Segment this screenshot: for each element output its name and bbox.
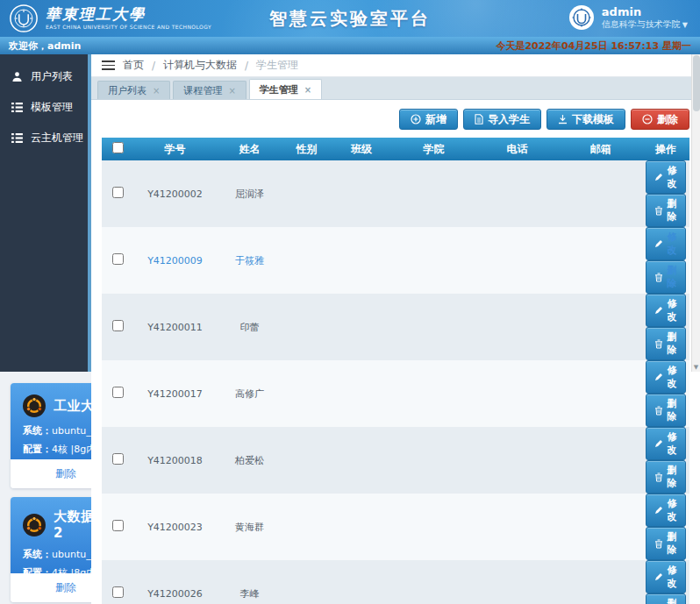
add-button[interactable]: 新增 <box>399 109 458 130</box>
row-edit-button[interactable]: 修改 <box>646 227 686 260</box>
student-name: 李峰 <box>217 560 282 604</box>
cell-email <box>559 227 642 294</box>
tab-student-mgmt[interactable]: 学生管理 × <box>249 79 322 99</box>
delete-button[interactable]: 删除 <box>631 109 689 130</box>
toolbar: 新增 导入学生 下载模板 <box>102 109 689 130</box>
pencil-icon <box>654 239 663 248</box>
card-system-label: 系统： <box>23 425 52 437</box>
row-edit-button[interactable]: 修改 <box>646 560 686 593</box>
row-edit-label: 修改 <box>667 564 677 590</box>
cell-class <box>331 294 392 360</box>
row-delete-button[interactable]: 删除 <box>646 327 686 360</box>
cell-college <box>392 360 475 427</box>
tab-bar: 用户列表 × 课程管理 × 学生管理 × <box>91 77 700 100</box>
row-delete-button[interactable]: 删除 <box>646 260 686 294</box>
close-icon[interactable]: × <box>228 86 235 96</box>
chevron-down-icon: ▼ <box>682 21 688 29</box>
row-edit-button[interactable]: 修改 <box>646 160 686 194</box>
cell-college <box>392 294 475 360</box>
cell-class <box>331 494 392 560</box>
table-row[interactable]: Y41200023 黄海群 修改 删除 <box>102 494 689 560</box>
scrollbar-down-arrow-icon[interactable]: ▼ <box>692 364 700 371</box>
col-name: 姓名 <box>217 138 282 160</box>
row-checkbox[interactable] <box>112 320 124 331</box>
cell-phone <box>475 294 559 360</box>
cell-gender <box>282 360 331 427</box>
document-icon <box>475 114 483 124</box>
pencil-icon <box>654 439 663 448</box>
table-row[interactable]: Y41200018 柏爱松 修改 删除 <box>102 427 689 494</box>
sidebar: 用户列表 模板管理 云主机管理 <box>0 54 88 372</box>
scrollbar-thumb[interactable] <box>693 55 700 111</box>
student-table: 学号 姓名 性别 班级 学院 电话 邮箱 操作 Y41200002 屈润泽 <box>102 138 689 604</box>
trash-icon <box>654 206 663 216</box>
pencil-icon <box>654 572 663 581</box>
top-header: 華東理工大學 EAST CHINA UNIVERSITY OF SCIENCE … <box>0 0 700 37</box>
sidebar-item-user-list[interactable]: 用户列表 <box>0 61 88 92</box>
tab-label: 学生管理 <box>260 83 298 96</box>
download-template-button[interactable]: 下载模板 <box>546 109 625 130</box>
user-avatar <box>568 4 595 31</box>
col-student-id: 学号 <box>133 138 217 160</box>
user-menu[interactable]: admin 信息科学与技术学院▼ <box>568 4 688 31</box>
table-row[interactable]: Y41200009 于筱雅 修改 删除 <box>102 227 689 294</box>
cell-email <box>559 160 642 227</box>
row-delete-button[interactable]: 删除 <box>646 394 686 427</box>
welcome-text: 欢迎你，admin <box>9 39 81 53</box>
breadcrumb-home[interactable]: 首页 <box>123 58 144 73</box>
row-delete-button[interactable]: 删除 <box>646 460 686 494</box>
import-students-button[interactable]: 导入学生 <box>463 109 541 130</box>
row-edit-label: 修改 <box>667 164 677 190</box>
row-edit-button[interactable]: 修改 <box>646 494 686 527</box>
cell-email <box>559 360 642 427</box>
table-row[interactable]: Y41200002 屈润泽 修改 删除 <box>102 160 689 227</box>
row-delete-button[interactable]: 删除 <box>646 194 686 227</box>
row-edit-label: 修改 <box>667 364 677 390</box>
close-icon[interactable]: × <box>304 85 311 95</box>
university-logo-icon <box>9 4 39 33</box>
select-all-checkbox[interactable] <box>112 142 124 153</box>
tab-course-mgmt[interactable]: 课程管理 × <box>173 81 246 99</box>
row-edit-button[interactable]: 修改 <box>646 427 686 460</box>
breadcrumb-course[interactable]: 计算机与大数据 <box>163 58 237 73</box>
cell-phone <box>475 560 559 604</box>
student-name: 柏爱松 <box>217 427 282 494</box>
cell-class <box>331 160 392 227</box>
sidebar-item-template-mgmt[interactable]: 模板管理 <box>0 92 88 123</box>
cell-class <box>331 560 392 604</box>
cell-phone <box>475 494 559 560</box>
row-checkbox[interactable] <box>112 520 124 531</box>
table-row[interactable]: Y41200017 高修广 修改 删除 <box>102 360 689 427</box>
cell-gender <box>282 560 331 604</box>
pencil-icon <box>654 306 663 315</box>
download-icon <box>558 114 568 124</box>
cell-college <box>392 494 475 560</box>
vertical-scrollbar[interactable]: ▼ <box>691 54 700 372</box>
user-department: 信息科学与技术学院 <box>602 19 681 29</box>
trash-icon <box>654 406 663 416</box>
row-checkbox[interactable] <box>112 387 124 398</box>
list-icon <box>11 133 23 143</box>
tab-user-list[interactable]: 用户列表 × <box>97 81 170 99</box>
cell-gender <box>282 427 331 494</box>
table-row[interactable]: Y41200011 印蕾 修改 删除 <box>102 294 689 360</box>
row-edit-button[interactable]: 修改 <box>646 294 686 327</box>
ubuntu-icon <box>23 514 46 536</box>
cell-college <box>392 227 475 294</box>
row-checkbox[interactable] <box>112 187 124 198</box>
university-name-en: EAST CHINA UNIVERSITY OF SCIENCE AND TEC… <box>46 25 211 30</box>
card-system-label: 系统： <box>23 549 52 560</box>
row-checkbox[interactable] <box>112 586 124 598</box>
row-checkbox[interactable] <box>112 253 124 265</box>
row-edit-button[interactable]: 修改 <box>646 360 686 394</box>
hamburger-menu-icon[interactable] <box>102 60 115 70</box>
cell-email <box>559 560 642 604</box>
cell-gender <box>282 494 331 560</box>
row-delete-button[interactable]: 删除 <box>646 527 686 560</box>
close-icon[interactable]: × <box>153 86 160 96</box>
sidebar-item-cloud-host-mgmt[interactable]: 云主机管理 <box>0 123 88 153</box>
row-delete-button[interactable]: 删除 <box>646 593 686 604</box>
row-checkbox[interactable] <box>112 453 124 465</box>
row-delete-label: 删除 <box>667 264 677 290</box>
table-row[interactable]: Y41200026 李峰 修改 删除 <box>102 560 689 604</box>
